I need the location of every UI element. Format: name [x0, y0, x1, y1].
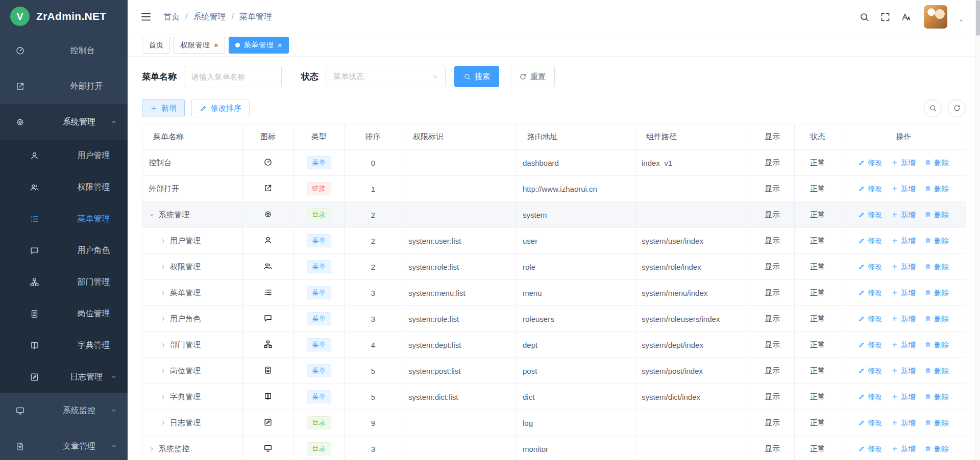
sidebar-item-system[interactable]: 系统管理: [0, 104, 128, 140]
edit-link[interactable]: 修改: [858, 314, 883, 324]
delete-link[interactable]: 删除: [924, 366, 949, 376]
delete-link[interactable]: 删除: [924, 340, 949, 350]
cell-icon: [243, 280, 293, 306]
cell-status: 正常: [795, 176, 841, 202]
user-avatar[interactable]: [924, 5, 947, 29]
chevron-right-icon[interactable]: [160, 342, 166, 348]
edit-link[interactable]: 修改: [858, 184, 883, 194]
add-link[interactable]: 新增: [891, 236, 916, 246]
close-icon[interactable]: ×: [278, 41, 282, 49]
cell-icon: [243, 358, 293, 384]
edit-pen-icon: [858, 211, 865, 218]
sidebar-subitem-dept[interactable]: 部门管理: [0, 266, 128, 298]
page-scrollbar[interactable]: [975, 0, 980, 460]
cell-actions: 修改新增删除: [841, 150, 966, 176]
scrollbar-thumb[interactable]: [976, 0, 980, 36]
tab-role[interactable]: 权限管理×: [174, 37, 225, 54]
edit-link[interactable]: 修改: [858, 236, 883, 246]
sidebar-item-dashboard[interactable]: 控制台: [0, 33, 128, 68]
delete-link[interactable]: 删除: [924, 184, 949, 194]
chevron-down-icon[interactable]: [149, 212, 155, 218]
plus-icon: [891, 159, 898, 166]
sidebar-subitem-roleusers[interactable]: 用户角色: [0, 235, 128, 266]
add-link[interactable]: 新增: [891, 314, 916, 324]
app-logo[interactable]: V ZrAdmin.NET: [0, 0, 128, 33]
delete-link[interactable]: 删除: [924, 236, 949, 246]
sidebar-subitem-post[interactable]: 岗位管理: [0, 298, 128, 329]
chevron-right-icon[interactable]: [160, 368, 166, 374]
sidebar-subitem-role[interactable]: 权限管理: [0, 171, 128, 203]
delete-link[interactable]: 删除: [924, 444, 949, 454]
sidebar-item-external[interactable]: 外部打开: [0, 68, 128, 104]
toggle-search-button[interactable]: [924, 99, 942, 117]
edit-link[interactable]: 修改: [858, 288, 883, 298]
add-link[interactable]: 新增: [891, 184, 916, 194]
delete-link[interactable]: 删除: [924, 210, 949, 220]
sidebar-subitem-menu[interactable]: 菜单管理: [0, 203, 128, 235]
sidebar-subitem-log[interactable]: 日志管理: [0, 361, 128, 393]
table-row: 用户管理菜单2system:user:listusersystem/user/i…: [142, 228, 966, 254]
edit-link[interactable]: 修改: [858, 366, 883, 376]
chevron-right-icon[interactable]: [160, 394, 166, 400]
cell-sort: 0: [345, 150, 402, 176]
sidebar-item-article[interactable]: 文章管理: [0, 428, 128, 460]
edit-link[interactable]: 修改: [858, 418, 883, 428]
add-link[interactable]: 新增: [891, 418, 916, 428]
edit-pen-icon: [858, 159, 865, 166]
delete-link[interactable]: 删除: [924, 262, 949, 272]
chevron-down-icon[interactable]: [958, 17, 965, 24]
cell-status: 正常: [795, 436, 841, 460]
delete-link[interactable]: 删除: [924, 288, 949, 298]
chevron-right-icon[interactable]: [160, 238, 166, 244]
dashboard-icon: [15, 46, 63, 56]
menu-fold-icon[interactable]: [140, 11, 152, 23]
add-button[interactable]: 新增: [142, 99, 185, 117]
sidebar-subitem-user[interactable]: 用户管理: [0, 140, 128, 171]
tab-home[interactable]: 首页: [142, 37, 170, 54]
reset-button[interactable]: 重置: [510, 66, 555, 87]
edit-link[interactable]: 修改: [858, 444, 883, 454]
add-link[interactable]: 新增: [891, 262, 916, 272]
add-link[interactable]: 新增: [891, 158, 916, 168]
font-size-icon[interactable]: [901, 12, 912, 22]
refresh-table-button[interactable]: [948, 99, 966, 117]
search-button[interactable]: 搜索: [454, 66, 499, 87]
cell-permission: [402, 436, 517, 460]
close-icon[interactable]: ×: [214, 41, 218, 49]
edit-link[interactable]: 修改: [858, 210, 883, 220]
chevron-right-icon[interactable]: [160, 264, 166, 270]
delete-link[interactable]: 删除: [924, 314, 949, 324]
delete-link[interactable]: 删除: [924, 158, 949, 168]
sort-edit-button[interactable]: 修改排序: [191, 99, 250, 117]
sidebar-item-monitor[interactable]: 系统监控: [0, 393, 128, 428]
breadcrumb-item[interactable]: 系统管理: [193, 12, 226, 22]
chevron-right-icon[interactable]: [160, 316, 166, 322]
cell-route: roleusers: [517, 306, 635, 332]
add-link[interactable]: 新增: [891, 444, 916, 454]
cell-sort: 1: [345, 176, 402, 202]
search-icon[interactable]: [859, 12, 870, 22]
edit-link[interactable]: 修改: [858, 392, 883, 402]
edit-link[interactable]: 修改: [858, 340, 883, 350]
chevron-right-icon[interactable]: [160, 290, 166, 296]
add-link[interactable]: 新增: [891, 340, 916, 350]
breadcrumb-item[interactable]: 菜单管理: [239, 12, 272, 22]
chevron-right-icon[interactable]: [149, 446, 155, 452]
delete-link[interactable]: 删除: [924, 418, 949, 428]
add-link[interactable]: 新增: [891, 366, 916, 376]
add-link[interactable]: 新增: [891, 288, 916, 298]
sidebar-item-label: 用户角色: [78, 245, 118, 256]
delete-link[interactable]: 删除: [924, 392, 949, 402]
sidebar-subitem-dict[interactable]: 字典管理: [0, 329, 128, 361]
edit-link[interactable]: 修改: [858, 158, 883, 168]
add-link[interactable]: 新增: [891, 392, 916, 402]
cell-icon: [243, 306, 293, 332]
breadcrumb-item[interactable]: 首页: [163, 12, 180, 22]
tab-menu[interactable]: 菜单管理×: [229, 37, 289, 54]
add-link[interactable]: 新增: [891, 210, 916, 220]
chevron-right-icon[interactable]: [160, 420, 166, 426]
menu-name-input[interactable]: [184, 66, 282, 87]
fullscreen-icon[interactable]: [880, 12, 891, 22]
status-select[interactable]: 菜单状态: [326, 66, 446, 87]
edit-link[interactable]: 修改: [858, 262, 883, 272]
